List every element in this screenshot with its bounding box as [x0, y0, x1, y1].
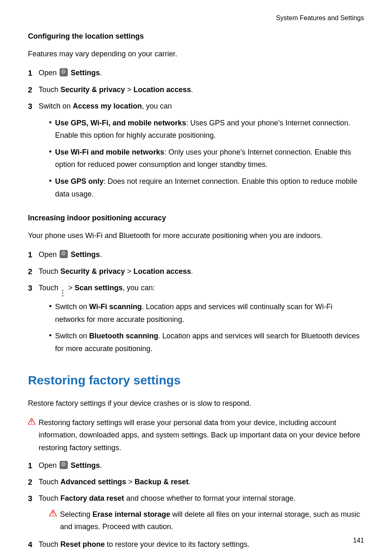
text: Touch: [39, 540, 60, 548]
text: Open: [39, 250, 59, 259]
security-privacy-label: Security & privacy: [60, 267, 125, 275]
text: >: [125, 267, 134, 275]
step-1: Open Settings.: [28, 459, 364, 472]
option-label: Use Wi-Fi and mobile networks: [55, 148, 164, 156]
text: to restore your device to its factory se…: [105, 540, 249, 548]
text: Touch: [39, 86, 60, 94]
reset-phone-label: Reset phone: [60, 540, 105, 548]
svg-rect-5: [53, 515, 53, 516]
warning-icon: [28, 418, 36, 425]
warning-icon: [49, 510, 58, 516]
steps-list-3: Open Settings. Touch Advanced settings >…: [28, 459, 364, 552]
steps-list-2: Open Settings. Touch Security & privacy …: [28, 248, 364, 359]
more-vert-icon: [62, 290, 64, 296]
scan-settings-label: Scan settings: [75, 284, 123, 292]
options-list: Switch on Wi-Fi scanning. Location apps …: [39, 301, 364, 355]
location-access-label: Location access: [134, 267, 191, 275]
option-wifi-mobile: Use Wi-Fi and mobile networks: Only uses…: [49, 146, 364, 171]
bluetooth-scanning-label: Bluetooth scanning: [89, 332, 158, 340]
text: .: [191, 86, 193, 94]
steps-list-1: Open Settings. Touch Security & privacy …: [28, 67, 364, 204]
option-wifi-scanning: Switch on Wi-Fi scanning. Location apps …: [49, 301, 364, 326]
step-3: Touch > Scan settings, you can: Switch o…: [28, 282, 364, 359]
step-2: Touch Security & privacy > Location acce…: [28, 265, 364, 278]
text: Switch on: [55, 303, 89, 311]
wifi-scanning-label: Wi-Fi scanning: [89, 303, 142, 311]
warning-callout: Selecting Erase internal storage will de…: [39, 508, 364, 533]
step-4: Touch Reset phone to restore your device…: [28, 538, 364, 551]
text: Touch: [39, 478, 60, 486]
text: >: [66, 284, 75, 292]
text: Open: [39, 461, 59, 469]
settings-label: Settings: [71, 250, 100, 259]
text: and choose whether to format your intern…: [124, 494, 295, 502]
text: .: [100, 250, 102, 259]
settings-icon: [60, 250, 68, 258]
subsection-title-configuring-location: Configuring the location settings: [28, 30, 364, 43]
step-2: Touch Security & privacy > Location acce…: [28, 83, 364, 97]
svg-rect-2: [31, 423, 32, 424]
text: .: [189, 478, 191, 486]
text: .: [100, 461, 102, 469]
option-gps-only: Use GPS only: Does not require an Intern…: [49, 175, 364, 200]
intro-para: Your phone uses Wi-Fi and Bluetooth for …: [28, 229, 364, 242]
settings-icon: [60, 461, 68, 469]
text: Open: [39, 69, 59, 77]
settings-label: Settings: [71, 69, 100, 77]
text: , you can:: [123, 284, 155, 292]
text: .: [191, 267, 193, 275]
page-header: System Features and Settings: [28, 12, 364, 23]
text: Switch on: [39, 102, 73, 110]
advanced-settings-label: Advanced settings: [60, 478, 126, 486]
options-list: Use GPS, Wi-Fi, and mobile networks: Use…: [39, 117, 364, 201]
security-privacy-label: Security & privacy: [60, 86, 125, 94]
text: Touch: [39, 267, 60, 275]
intro-para: Features may vary depending on your carr…: [28, 48, 364, 60]
step-3: Touch Factory data reset and choose whet…: [28, 492, 364, 535]
text: >: [126, 478, 135, 486]
page-number: 141: [353, 535, 364, 546]
option-label: Use GPS, Wi-Fi, and mobile networks: [55, 119, 186, 127]
step-1: Open Settings.: [28, 248, 364, 261]
text: .: [100, 69, 102, 77]
text: , you can: [142, 102, 172, 110]
step-2: Touch Advanced settings > Backup & reset…: [28, 476, 364, 489]
erase-internal-storage-label: Erase internal storage: [92, 510, 170, 518]
settings-icon: [60, 68, 68, 76]
option-label: Use GPS only: [55, 177, 104, 185]
text: Touch: [39, 494, 60, 502]
option-bluetooth-scanning: Switch on Bluetooth scanning. Location a…: [49, 330, 364, 355]
location-access-label: Location access: [134, 86, 191, 94]
warning-text: Selecting Erase internal storage will de…: [60, 508, 364, 533]
factory-data-reset-label: Factory data reset: [60, 494, 124, 502]
step-3: Switch on Access my location, you can Us…: [28, 100, 364, 204]
intro-para: Restore factory settings if your device …: [28, 397, 364, 410]
svg-rect-4: [53, 512, 53, 514]
backup-reset-label: Backup & reset: [135, 478, 189, 486]
subsection-title-indoor-positioning: Increasing indoor positioning accuracy: [28, 212, 364, 224]
text: Selecting: [60, 510, 92, 518]
warning-text: Restoring factory settings will erase yo…: [39, 416, 364, 454]
svg-rect-1: [31, 420, 32, 422]
warning-callout: Restoring factory settings will erase yo…: [28, 416, 364, 454]
step-1: Open Settings.: [28, 67, 364, 80]
option-gps-wifi-mobile: Use GPS, Wi-Fi, and mobile networks: Use…: [49, 117, 364, 142]
text: Touch: [39, 284, 60, 292]
text: Switch on: [55, 332, 89, 340]
access-my-location-label: Access my location: [73, 102, 142, 110]
text: >: [125, 86, 134, 94]
settings-label: Settings: [71, 461, 100, 469]
heading-restoring-factory-settings: Restoring factory settings: [28, 370, 364, 391]
